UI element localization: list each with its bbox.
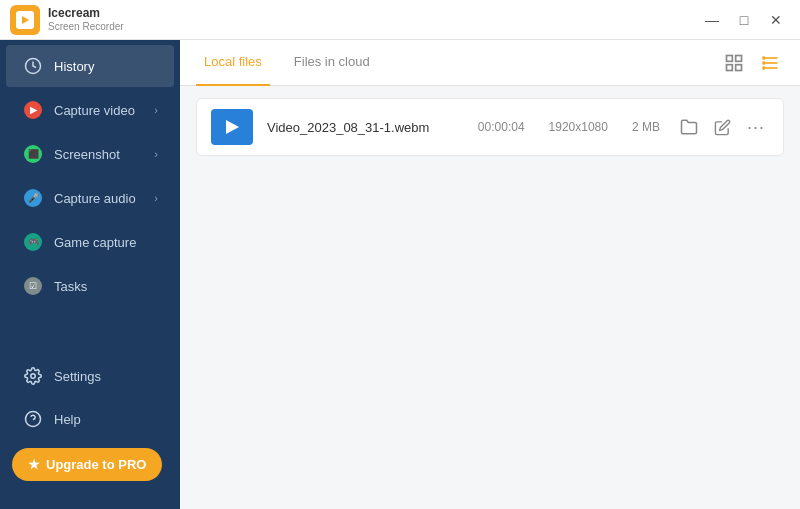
svg-rect-11 [763,56,766,59]
sidebar-item-help[interactable]: Help [6,398,174,440]
sidebar-label-settings: Settings [54,369,158,384]
edit-button[interactable] [710,117,735,138]
sidebar-label-history: History [54,59,158,74]
titlebar: Icecream Screen Recorder — □ ✕ [0,0,800,40]
sidebar-item-game-capture[interactable]: 🎮 Game capture [6,221,174,263]
logo-inner [16,11,34,29]
tab-local-files[interactable]: Local files [196,40,270,86]
sidebar-label-tasks: Tasks [54,279,158,294]
star-icon: ★ [28,457,40,472]
capture-video-icon: ▶ [22,99,44,121]
tab-local-files-label: Local files [204,54,262,69]
upgrade-button[interactable]: ★ Upgrade to PRO [12,448,162,481]
sidebar-item-capture-video[interactable]: ▶ Capture video › [6,89,174,131]
sidebar-label-help: Help [54,412,158,427]
more-options-button[interactable]: ··· [743,115,769,140]
svg-rect-6 [727,64,733,70]
file-resolution: 1920x1080 [549,120,608,134]
app-name: Icecream [48,6,124,20]
sidebar-item-capture-audio[interactable]: 🎤 Capture audio › [6,177,174,219]
history-icon [22,55,44,77]
app-subtitle: Screen Recorder [48,21,124,33]
app-info: Icecream Screen Recorder [48,6,124,32]
sidebar-item-history[interactable]: History [6,45,174,87]
chevron-icon: › [154,104,158,116]
sidebar-item-screenshot[interactable]: ⬛ Screenshot › [6,133,174,175]
close-button[interactable]: ✕ [762,9,790,31]
file-list: Video_2023_08_31-1.webm 00:00:04 1920x10… [180,86,800,509]
view-toggle [720,49,784,77]
sidebar-item-settings[interactable]: Settings [6,355,174,397]
svg-point-1 [31,374,36,379]
window-controls: — □ ✕ [698,9,790,31]
svg-rect-13 [763,66,766,69]
svg-rect-4 [727,55,733,61]
file-size: 2 MB [632,120,660,134]
game-capture-icon: 🎮 [22,231,44,253]
tabs-bar: Local files Files in cloud [180,40,800,86]
content-area: Local files Files in cloud [180,40,800,509]
file-thumbnail [211,109,253,145]
file-duration: 00:00:04 [478,120,525,134]
play-icon [226,120,239,134]
minimize-button[interactable]: — [698,9,726,31]
sidebar-bottom: Settings Help ★ Upgrade to PRO [0,354,180,509]
file-name: Video_2023_08_31-1.webm [267,120,478,135]
settings-icon [22,365,44,387]
tab-files-in-cloud-label: Files in cloud [294,54,370,69]
table-row[interactable]: Video_2023_08_31-1.webm 00:00:04 1920x10… [196,98,784,156]
sidebar-label-game-capture: Game capture [54,235,158,250]
sidebar-label-capture-audio: Capture audio [54,191,154,206]
tab-files-in-cloud[interactable]: Files in cloud [286,40,378,86]
file-meta: 00:00:04 1920x1080 2 MB [478,120,660,134]
capture-audio-icon: 🎤 [22,187,44,209]
grid-view-button[interactable] [720,49,748,77]
chevron-icon-2: › [154,148,158,160]
screenshot-icon: ⬛ [22,143,44,165]
svg-rect-12 [763,61,766,64]
chevron-icon-3: › [154,192,158,204]
help-icon [22,408,44,430]
tasks-icon: ☑ [22,275,44,297]
list-view-button[interactable] [756,49,784,77]
sidebar: History ▶ Capture video › ⬛ Screenshot ›… [0,40,180,509]
main-layout: History ▶ Capture video › ⬛ Screenshot ›… [0,40,800,509]
open-folder-button[interactable] [676,116,702,138]
sidebar-item-tasks[interactable]: ☑ Tasks [6,265,174,307]
file-actions: ··· [676,115,769,140]
upgrade-label: Upgrade to PRO [46,457,146,472]
sidebar-label-capture-video: Capture video [54,103,154,118]
maximize-button[interactable]: □ [730,9,758,31]
svg-rect-5 [736,55,742,61]
sidebar-label-screenshot: Screenshot [54,147,154,162]
svg-rect-7 [736,64,742,70]
app-logo [10,5,40,35]
